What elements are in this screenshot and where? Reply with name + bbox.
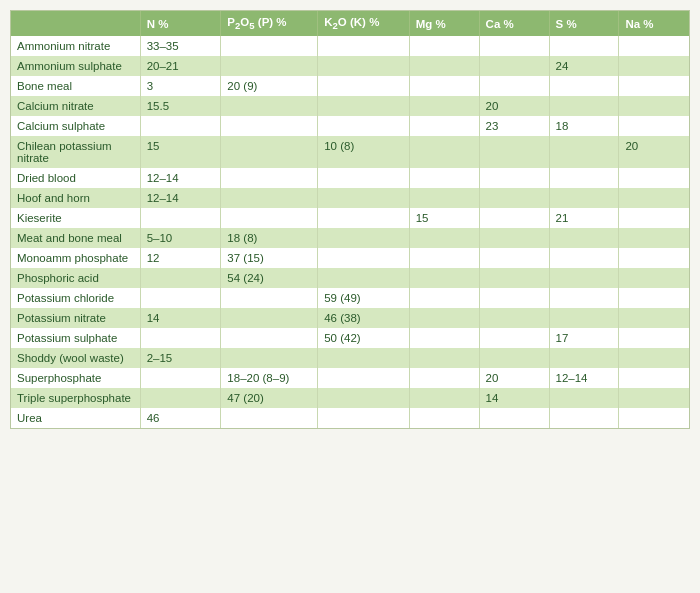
cell-k [318, 208, 409, 228]
header-k: K2O (K) % [318, 11, 409, 36]
cell-n: 14 [140, 308, 221, 328]
cell-p [221, 188, 318, 208]
cell-na [619, 328, 689, 348]
table-row: Phosphoric acid54 (24) [11, 268, 689, 288]
cell-s [549, 348, 619, 368]
cell-ca [479, 328, 549, 348]
cell-p [221, 308, 318, 328]
cell-ca [479, 268, 549, 288]
cell-p [221, 136, 318, 168]
cell-k [318, 56, 409, 76]
table-row: Calcium nitrate15.520 [11, 96, 689, 116]
cell-n: 5–10 [140, 228, 221, 248]
cell-p [221, 36, 318, 56]
cell-mg [409, 288, 479, 308]
cell-name: Calcium nitrate [11, 96, 140, 116]
cell-s: 12–14 [549, 368, 619, 388]
cell-na [619, 116, 689, 136]
cell-na [619, 408, 689, 428]
cell-s: 24 [549, 56, 619, 76]
cell-p [221, 408, 318, 428]
cell-ca [479, 168, 549, 188]
cell-s [549, 76, 619, 96]
cell-n [140, 208, 221, 228]
cell-name: Bone meal [11, 76, 140, 96]
cell-k [318, 116, 409, 136]
header-mg: Mg % [409, 11, 479, 36]
cell-mg [409, 348, 479, 368]
cell-p [221, 168, 318, 188]
cell-ca [479, 288, 549, 308]
cell-mg [409, 228, 479, 248]
table-row: Potassium nitrate1446 (38) [11, 308, 689, 328]
cell-ca [479, 308, 549, 328]
cell-name: Urea [11, 408, 140, 428]
cell-n [140, 388, 221, 408]
cell-s [549, 288, 619, 308]
cell-k: 50 (42) [318, 328, 409, 348]
cell-na [619, 208, 689, 228]
cell-k [318, 248, 409, 268]
cell-name: Monoamm phosphate [11, 248, 140, 268]
cell-k [318, 268, 409, 288]
cell-mg [409, 116, 479, 136]
cell-k [318, 348, 409, 368]
cell-na [619, 188, 689, 208]
cell-k: 10 (8) [318, 136, 409, 168]
cell-n: 15 [140, 136, 221, 168]
cell-ca [479, 56, 549, 76]
table-row: Chilean potassium nitrate1510 (8)20 [11, 136, 689, 168]
cell-mg [409, 56, 479, 76]
cell-mg [409, 368, 479, 388]
cell-ca [479, 36, 549, 56]
cell-name: Calcium sulphate [11, 116, 140, 136]
cell-k [318, 96, 409, 116]
table-row: Kieserite1521 [11, 208, 689, 228]
cell-mg [409, 188, 479, 208]
cell-n: 12 [140, 248, 221, 268]
fertilizer-table-container: N % P2O5 (P) % K2O (K) % Mg % Ca % S % N… [10, 10, 690, 429]
cell-mg [409, 96, 479, 116]
cell-ca [479, 228, 549, 248]
fertilizer-table: N % P2O5 (P) % K2O (K) % Mg % Ca % S % N… [11, 11, 689, 428]
table-row: Urea46 [11, 408, 689, 428]
cell-n: 33–35 [140, 36, 221, 56]
cell-name: Phosphoric acid [11, 268, 140, 288]
cell-mg [409, 36, 479, 56]
cell-s [549, 388, 619, 408]
cell-na [619, 168, 689, 188]
cell-s: 18 [549, 116, 619, 136]
cell-p [221, 208, 318, 228]
table-row: Triple superphosphate47 (20)14 [11, 388, 689, 408]
cell-ca [479, 208, 549, 228]
cell-k [318, 76, 409, 96]
table-row: Ammonium nitrate33–35 [11, 36, 689, 56]
cell-na [619, 348, 689, 368]
cell-na [619, 76, 689, 96]
cell-p [221, 348, 318, 368]
header-n: N % [140, 11, 221, 36]
cell-ca [479, 76, 549, 96]
table-row: Monoamm phosphate1237 (15) [11, 248, 689, 268]
header-p: P2O5 (P) % [221, 11, 318, 36]
cell-ca: 20 [479, 96, 549, 116]
cell-k [318, 408, 409, 428]
cell-s [549, 268, 619, 288]
table-row: Dried blood12–14 [11, 168, 689, 188]
cell-p: 54 (24) [221, 268, 318, 288]
cell-name: Shoddy (wool waste) [11, 348, 140, 368]
table-body: Ammonium nitrate33–35Ammonium sulphate20… [11, 36, 689, 428]
cell-ca [479, 408, 549, 428]
cell-n [140, 268, 221, 288]
cell-mg [409, 268, 479, 288]
cell-p [221, 56, 318, 76]
cell-ca: 23 [479, 116, 549, 136]
cell-name: Ammonium sulphate [11, 56, 140, 76]
cell-k [318, 388, 409, 408]
cell-n: 15.5 [140, 96, 221, 116]
cell-mg [409, 168, 479, 188]
cell-mg [409, 248, 479, 268]
cell-p [221, 96, 318, 116]
cell-mg [409, 76, 479, 96]
cell-p: 20 (9) [221, 76, 318, 96]
